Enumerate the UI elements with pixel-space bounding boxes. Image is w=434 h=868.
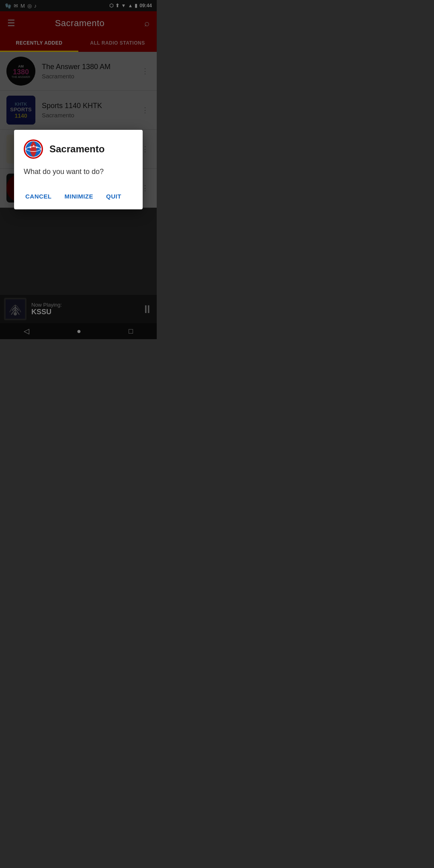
dialog-buttons: CANCEL MINIMIZE QUIT (24, 190, 133, 206)
dialog-overlay: ★ ★ ★ Sacramento What do you want to do?… (0, 0, 157, 339)
dialog-title: Sacramento (49, 143, 104, 155)
dialog-header: ★ ★ ★ Sacramento (24, 139, 133, 159)
dialog: ★ ★ ★ Sacramento What do you want to do?… (14, 130, 143, 209)
svg-text:★: ★ (29, 145, 32, 149)
svg-text:★: ★ (35, 146, 38, 149)
dialog-app-icon: ★ ★ ★ (24, 139, 43, 159)
quit-button[interactable]: QUIT (104, 190, 123, 203)
sacramento-logo: ★ ★ ★ (25, 140, 42, 158)
minimize-button[interactable]: MINIMIZE (63, 190, 95, 203)
cancel-button[interactable]: CANCEL (24, 190, 53, 203)
dialog-message: What do you want to do? (24, 167, 133, 177)
